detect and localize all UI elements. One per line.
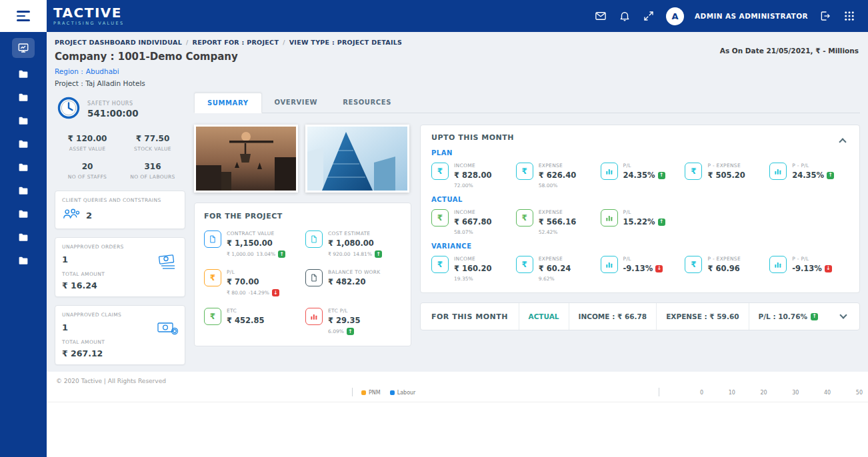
clock-icon [56, 95, 81, 123]
for-month-pl: P/L : 10.76% ↑ [749, 303, 827, 330]
menu-toggle-button[interactable] [17, 11, 30, 21]
stat-label: NO OF LABOURS [120, 174, 185, 180]
tab-summary[interactable]: SUMMARY [194, 93, 262, 113]
logout-icon[interactable] [819, 9, 832, 23]
tab-resources[interactable]: RESOURCES [330, 93, 404, 113]
metric-label: INCOME [454, 209, 491, 215]
sidebar-folder-icon[interactable] [12, 207, 35, 221]
stat-no-of-staffs: 20 NO OF STAFFS [55, 162, 120, 180]
metric-label: P/L [623, 163, 665, 169]
unapproved-claims-card[interactable]: UNAPPROVED CLAIMS 1 TOTAL AMOUNT ₹ 267.1… [55, 305, 185, 365]
metric-label: CONTRACT VALUE [227, 230, 285, 236]
stat-value: ₹ 120.00 [55, 134, 120, 143]
income-rupee-icon: ₹ [431, 256, 449, 273]
trend-up-icon: ↑ [658, 219, 665, 226]
sidebar-folder-icon[interactable] [12, 160, 35, 175]
metric-value: ₹ 505.20 [707, 171, 745, 180]
metric-value: 24.35% [623, 171, 655, 180]
legend-label: PNM [369, 390, 381, 396]
sidebar-folder-icon[interactable] [12, 253, 35, 268]
plan-income: ₹ INCOME ₹ 828.00 72.00% [431, 163, 511, 189]
plan-group-label: PLAN [431, 149, 849, 157]
tab-overview[interactable]: OVERVIEW [262, 93, 331, 113]
user-avatar[interactable]: A [666, 7, 684, 25]
sidebar-folder-icon[interactable] [12, 67, 35, 81]
metric-label: ETC [227, 308, 264, 314]
site-photo-skyscraper [305, 125, 409, 193]
metric-pct: 13.04% [257, 251, 276, 257]
card-title: UNAPPROVED CLAIMS [62, 312, 178, 318]
upto-this-month-card: UPTO THIS MONTH PLAN ₹ INCOME ₹ 828.00 7… [420, 125, 860, 293]
sidebar-folder-icon[interactable] [12, 183, 35, 198]
sidebar [0, 32, 47, 457]
labour-legend-dot [390, 390, 395, 395]
variance-p-expense: ₹ P - EXPENSE ₹ 60.96 [685, 256, 764, 282]
for-this-month-bar: FOR THIS MONTH ACTUAL INCOME : ₹ 66.78 E… [420, 302, 860, 330]
sidebar-folder-icon[interactable] [12, 113, 35, 128]
metric-label: P/L [623, 209, 665, 215]
region-link[interactable]: Abudhabi [86, 67, 119, 75]
pl-chart-icon [601, 163, 618, 180]
pl-chart-icon [601, 209, 618, 227]
actual-income: ₹ INCOME ₹ 667.80 58.07% [431, 209, 511, 235]
sidebar-folder-icon[interactable] [12, 137, 35, 151]
stat-label: STOCK VALUE [120, 146, 185, 152]
metric-prev: ₹ 920.00 [328, 251, 350, 257]
client-queries-card[interactable]: CLIENT QUERIES AND CONTSTRAINS 2 [55, 191, 185, 229]
plan-metrics-row: ₹ INCOME ₹ 828.00 72.00% ₹ EXPE [431, 163, 849, 189]
metric-value: ₹ 1,080.00 [328, 238, 374, 248]
breadcrumb-item[interactable]: REPORT FOR : PROJECT [193, 39, 279, 46]
trend-down-icon: ↓ [825, 265, 832, 272]
cost-estimate-icon [305, 230, 323, 248]
income-rupee-icon: ₹ [431, 209, 449, 227]
collapse-chevron-up-icon[interactable] [835, 133, 850, 148]
expand-chevron-down-icon[interactable] [836, 309, 851, 324]
legend-item-pnm: PNM [361, 390, 381, 396]
stat-value: 20 [55, 162, 120, 171]
metric-value: -9.13% [792, 264, 822, 273]
breadcrumb-item[interactable]: PROJECT DASHBOARD INDIVIDUAL [55, 39, 182, 46]
tick-label: 0 [700, 390, 703, 396]
dashboard-chart-icon[interactable] [12, 38, 35, 58]
etc-pl-chart-icon [305, 308, 323, 325]
legend-label: Labour [397, 390, 416, 396]
upto-month-title: UPTO THIS MONTH [431, 133, 849, 142]
mail-icon[interactable] [594, 9, 607, 23]
unapproved-orders-card[interactable]: UNAPPROVED ORDERS 1 TOTAL AMOUNT ₹ 16.24 [55, 237, 185, 297]
username-label: ADMIN AS ADMINISTRATOR [695, 12, 808, 20]
claims-count: 1 [62, 322, 68, 332]
tabs-bar: SUMMARY OVERVIEW RESOURCES [194, 93, 860, 113]
notifications-bell-icon[interactable] [618, 9, 631, 23]
expense-rupee-icon: ₹ [516, 163, 533, 180]
metric-label: COST ESTIMATE [328, 230, 382, 236]
app-logo[interactable]: TACTIVE PRACTISING VALUES [53, 6, 125, 26]
main-content: As On Date 21/05/2021, ₹ - Millions PROJ… [47, 32, 868, 457]
metric-cost-estimate: COST ESTIMATE ₹ 1,080.00 ₹ 920.00 14.81%… [305, 230, 401, 258]
metric-value: ₹ 566.16 [539, 217, 576, 227]
plan-pl: P/L 24.35% ↑ [601, 163, 680, 189]
metric-etc: ₹ ETC ₹ 452.85 [204, 308, 300, 335]
metric-value: ₹ 626.40 [539, 171, 576, 180]
for-project-title: FOR THE PROJECT [204, 212, 401, 221]
metric-value: ₹ 482.20 [328, 277, 365, 286]
metric-label: INCOME [454, 256, 491, 262]
metric-label: EXPENSE [539, 209, 576, 215]
fullscreen-expand-icon[interactable] [642, 9, 655, 23]
trend-up-icon: ↑ [658, 172, 665, 179]
breadcrumb-item[interactable]: VIEW TYPE : PROJECT DETAILS [289, 39, 403, 46]
sidebar-folder-icon[interactable] [12, 230, 35, 244]
plan-p-pl: P - P/L 24.35% ↑ [769, 163, 849, 189]
metric-label: P - P/L [792, 163, 834, 169]
trend-down-icon: ↓ [272, 289, 279, 296]
metric-label: P - EXPENSE [707, 256, 741, 262]
pl-chart-icon [601, 256, 618, 273]
apps-grid-icon[interactable] [843, 9, 856, 23]
variance-metrics-row: ₹ INCOME ₹ 160.20 19.35% ₹ EXPE [431, 256, 849, 282]
people-group-icon [62, 208, 81, 223]
topbar: TACTIVE PRACTISING VALUES A ADMIN AS ADM… [0, 0, 868, 32]
sidebar-folder-icon[interactable] [12, 90, 35, 105]
center-column: FOR THE PROJECT CONTRACT VALUE ₹ 1,150.0… [194, 125, 411, 346]
metric-sub: 58.07% [454, 229, 473, 235]
topbar-actions: A ADMIN AS ADMINISTRATOR [594, 7, 856, 25]
trend-down-icon: ↓ [655, 265, 663, 272]
